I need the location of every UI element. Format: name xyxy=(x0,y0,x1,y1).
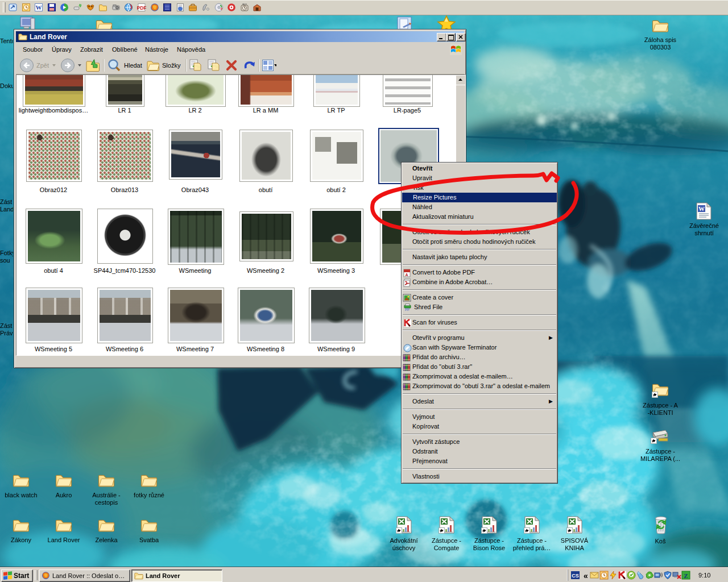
svg-text:Složky: Složky xyxy=(162,62,181,69)
svg-text:Zpět: Zpět xyxy=(36,62,49,69)
svg-text:W: W xyxy=(36,4,42,11)
svg-text:«: « xyxy=(584,571,588,580)
svg-text:Z: Z xyxy=(684,572,688,579)
svg-text:PDF: PDF xyxy=(137,5,146,11)
svg-text:W: W xyxy=(698,205,705,212)
svg-text:MV2: MV2 xyxy=(242,3,246,6)
svg-text:CS: CS xyxy=(572,573,579,579)
svg-text:Hledat: Hledat xyxy=(124,62,142,69)
svg-text:A: A xyxy=(405,273,408,277)
